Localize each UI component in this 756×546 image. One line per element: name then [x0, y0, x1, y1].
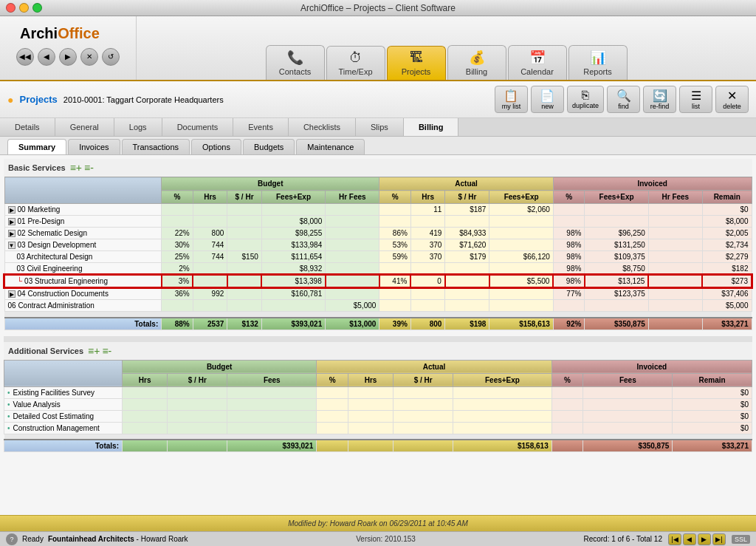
next-record-btn[interactable]: ▶ [698, 533, 711, 545]
new-button[interactable]: 📄 new [531, 86, 564, 113]
expand-btn[interactable]: ▼ [8, 242, 16, 249]
tab-documents[interactable]: Documents [162, 118, 234, 136]
expand-btn[interactable]: ▶ [8, 218, 16, 225]
nav-tab-contacts-label: Contacts [279, 67, 311, 76]
project-name: 2010-0001: Taggart Corporate Headquarter… [63, 95, 224, 104]
cell: $393,021 [261, 318, 325, 330]
refind-button[interactable]: 🔄 re-find [643, 86, 676, 113]
cell: $98,255 [261, 228, 325, 239]
basic-services-header: Basic Services ≡+ ≡- [4, 159, 752, 177]
cell [168, 422, 227, 434]
subtab-summary[interactable]: Summary [7, 139, 66, 154]
cell [551, 440, 583, 452]
cell [489, 287, 553, 300]
find-label: find [618, 103, 629, 110]
nav-tab-timeexp[interactable]: ⏱ Time/Exp [326, 46, 385, 80]
add-row-icon[interactable]: ≡+ [70, 162, 82, 174]
first-record-btn[interactable]: |◀ [668, 533, 681, 545]
nav-tab-projects[interactable]: 🏗 Projects [387, 46, 446, 80]
main-content: Basic Services ≡+ ≡- Budget Actual Invoi… [0, 155, 756, 515]
find-icon: 🔍 [616, 89, 631, 103]
nav-tab-reports-label: Reports [583, 67, 612, 76]
tab-billing[interactable]: Billing [404, 118, 459, 136]
minimize-button[interactable] [19, 3, 29, 13]
cell [123, 410, 168, 422]
cell: 2% [162, 263, 193, 276]
cell: $8,932 [261, 263, 325, 276]
mylist-button[interactable]: 📋 my list [495, 86, 528, 113]
tab-slips[interactable]: Slips [356, 118, 404, 136]
col-budget-header-as: Budget [123, 360, 317, 373]
subtab-maintenance[interactable]: Maintenance [296, 139, 365, 154]
status-right: Record: 1 of 6 - Total 12 |◀ ◀ ▶ ▶| SSL [583, 533, 750, 545]
cell: $5,000 [326, 300, 379, 312]
close-button[interactable] [6, 3, 16, 13]
bullet-icon: • [7, 400, 10, 409]
nav-tab-reports[interactable]: 📊 Reports [568, 45, 628, 80]
nav-forward[interactable]: ▶ [59, 48, 77, 66]
cell: 88% [162, 318, 193, 330]
tab-details[interactable]: Details [0, 118, 55, 136]
col-i-hr-fees: Hr Fees [648, 191, 702, 204]
window-controls[interactable] [6, 3, 42, 13]
table-row: •Construction Management $0 [4, 422, 752, 434]
tab-general[interactable]: General [55, 118, 114, 136]
status-help-icon[interactable]: ? [6, 533, 18, 545]
remove-row-icon-2[interactable]: ≡- [102, 345, 111, 357]
maximize-button[interactable] [32, 3, 42, 13]
subtab-budgets[interactable]: Budgets [243, 139, 295, 154]
cell [162, 216, 193, 228]
cell [410, 263, 445, 276]
cell: 0 [410, 275, 445, 287]
status-left: ? Ready Fountainhead Architects - Howard… [6, 533, 188, 545]
row-label: •Detailed Cost Estimating [4, 410, 123, 422]
cell [648, 216, 702, 228]
nav-back-back[interactable]: ◀◀ [16, 48, 34, 66]
col-as-a-dollar-hr: $ / Hr [394, 373, 453, 386]
cell: $187 [445, 204, 489, 216]
cell [379, 287, 411, 300]
remove-row-icon[interactable]: ≡- [84, 162, 94, 174]
last-record-btn[interactable]: ▶| [712, 533, 726, 545]
subtab-invoices[interactable]: Invoices [68, 139, 120, 154]
expand-btn[interactable]: ▶ [8, 206, 16, 214]
tab-checklists[interactable]: Checklists [289, 118, 356, 136]
cell [227, 287, 262, 300]
cell [348, 410, 393, 422]
nav-back[interactable]: ◀ [38, 48, 55, 66]
duplicate-button[interactable]: ⎘ duplicate [567, 86, 604, 113]
projects-breadcrumb[interactable]: Projects [19, 94, 57, 105]
delete-button[interactable]: ✕ delete [715, 86, 749, 113]
cell: $13,125 [585, 275, 648, 287]
nav-tab-billing[interactable]: 💰 Billing [447, 45, 506, 80]
cell [326, 204, 379, 216]
nav-history-buttons: ◀◀ ◀ ▶ ✕ ↺ [9, 42, 127, 72]
subtab-transactions[interactable]: Transactions [122, 139, 190, 154]
cell [583, 422, 673, 434]
cell [317, 440, 348, 452]
expand-btn[interactable]: ▶ [8, 290, 16, 298]
nav-tab-calendar[interactable]: 📅 Calendar [508, 45, 567, 80]
table-row: 06 Contract Administration $5,000 [4, 300, 752, 312]
cell [326, 251, 379, 263]
list-button[interactable]: ☰ list [679, 86, 712, 113]
nav-refresh[interactable]: ↺ [102, 48, 120, 66]
cell [227, 398, 317, 410]
bullet-icon: • [7, 424, 10, 432]
add-row-icon-2[interactable]: ≡+ [88, 345, 100, 357]
status-bar: ? Ready Fountainhead Architects - Howard… [0, 531, 756, 546]
prev-record-btn[interactable]: ◀ [683, 533, 696, 545]
record-nav: |◀ ◀ ▶ ▶| [668, 533, 726, 545]
expand-btn[interactable]: ▶ [8, 230, 16, 237]
subtab-options[interactable]: Options [191, 139, 241, 154]
cell: $0 [673, 386, 752, 398]
cell [123, 422, 168, 434]
col-service [4, 177, 162, 204]
col-i-pct: % [553, 191, 585, 204]
tab-events[interactable]: Events [233, 118, 289, 136]
find-button[interactable]: 🔍 find [607, 86, 640, 113]
contacts-icon: 📞 [287, 50, 303, 66]
nav-tab-contacts[interactable]: 📞 Contacts [266, 45, 325, 80]
tab-logs[interactable]: Logs [114, 118, 162, 136]
nav-stop[interactable]: ✕ [80, 48, 98, 66]
